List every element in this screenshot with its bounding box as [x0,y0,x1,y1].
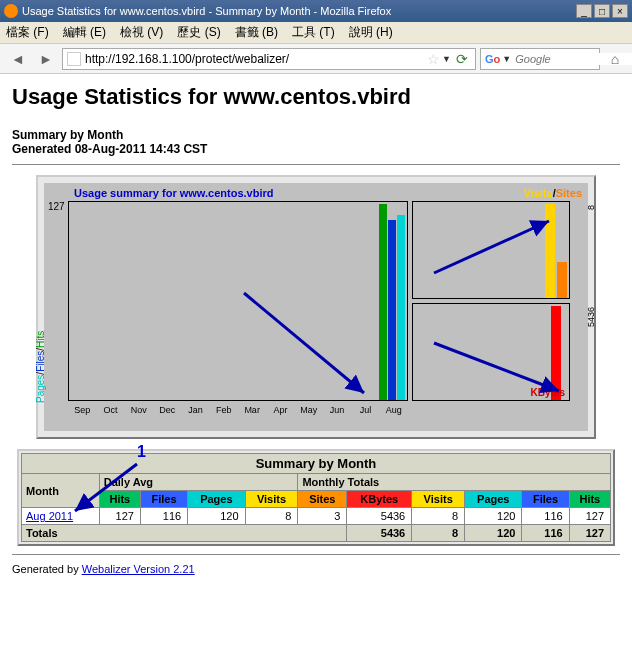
col-group-monthly: Monthly Totals [298,474,611,491]
main-plot [68,201,408,401]
search-engine-dropdown-icon[interactable]: ▼ [502,54,511,64]
right-y-5436: 5436 [586,307,596,327]
url-input[interactable] [85,52,427,66]
window-title: Usage Statistics for www.centos.vbird - … [22,5,391,17]
cell: 120 [465,525,522,542]
cell: 116 [522,508,569,525]
col-visits: Visits [245,491,298,508]
table-row: Aug 2011 127 116 120 8 3 5436 8 120 116 … [22,508,611,525]
url-bar[interactable]: ☆ ▼ ⟳ [62,48,476,70]
close-button[interactable]: × [612,4,628,18]
menu-bookmarks[interactable]: 書籤 (B) [235,24,278,41]
annotation-number: 1 [137,443,146,461]
menu-file[interactable]: 檔案 (F) [6,24,49,41]
page-content: Usage Statistics for www.centos.vbird Su… [0,74,632,585]
divider [12,164,620,165]
col-hits: Hits [99,491,140,508]
col-kbytes: KBytes [347,491,412,508]
window-titlebar: Usage Statistics for www.centos.vbird - … [0,0,632,22]
google-icon: Go [485,53,500,65]
col-visits2: Visits [412,491,465,508]
y-max-label: 127 [48,201,65,212]
col-group-daily: Daily Avg [99,474,298,491]
col-pages2: Pages [465,491,522,508]
col-sites: Sites [298,491,347,508]
cell: 127 [99,508,140,525]
x-axis-ticks: SepOctNovDecJanFebMarAprMayJunJulAug [68,405,408,415]
cell: 5436 [347,508,412,525]
bar-hits [379,204,387,400]
bookmark-star-icon[interactable]: ☆ [427,51,440,67]
col-month: Month [22,474,100,508]
cell: 120 [465,508,522,525]
col-pages: Pages [188,491,245,508]
kbytes-plot: KBytes [412,303,570,401]
page-title: Usage Statistics for www.centos.vbird [12,84,620,110]
back-button[interactable]: ◄ [6,48,30,70]
footer: Generated by Webalizer Version 2.21 [12,563,620,575]
y-axis-label: Pages/Files/Hits [35,331,46,403]
bar-sites [557,262,567,298]
reload-button[interactable]: ⟳ [453,48,471,70]
search-box[interactable]: Go ▼ [480,48,600,70]
legend-visits-sites: Visits/Sites [523,187,582,199]
chart-container: Usage summary for www.centos.vbird Visit… [36,175,596,439]
visits-sites-plot [412,201,570,299]
footer-text: Generated by [12,563,82,575]
forward-button[interactable]: ► [34,48,58,70]
cell: 5436 [347,525,412,542]
bar-kbytes [551,306,561,400]
col-hits2: Hits [569,491,610,508]
menu-help[interactable]: 說明 (H) [349,24,393,41]
webalizer-link[interactable]: Webalizer Version 2.21 [82,563,195,575]
col-files2: Files [522,491,569,508]
cell: 127 [569,525,610,542]
bar-files [388,220,396,400]
divider [12,554,620,555]
cell: 8 [412,525,465,542]
home-button[interactable]: ⌂ [604,48,626,70]
col-files: Files [140,491,187,508]
menu-tools[interactable]: 工具 (T) [292,24,335,41]
cell: 8 [412,508,465,525]
menu-bar: 檔案 (F) 編輯 (E) 檢視 (V) 歷史 (S) 書籤 (B) 工具 (T… [0,22,632,44]
page-favicon [67,52,81,66]
totals-label: Totals [22,525,347,542]
subtitle-generated: Generated 08-Aug-2011 14:43 CST [12,142,620,156]
table-caption: Summary by Month [22,454,611,474]
cell: 8 [245,508,298,525]
menu-history[interactable]: 歷史 (S) [177,24,220,41]
subtitle-summary: Summary by Month [12,128,620,142]
cell: 116 [522,525,569,542]
summary-table: Summary by Month Month Daily Avg Monthly… [21,453,611,542]
menu-view[interactable]: 檢視 (V) [120,24,163,41]
right-y-8: 8 [586,205,596,210]
bar-visits [545,204,555,298]
menu-edit[interactable]: 編輯 (E) [63,24,106,41]
minimize-button[interactable]: _ [576,4,592,18]
url-dropdown-icon[interactable]: ▼ [442,54,451,64]
chart-title: Usage summary for www.centos.vbird [74,187,273,199]
cell: 3 [298,508,347,525]
totals-row: Totals 5436 8 120 116 127 [22,525,611,542]
bar-pages [397,215,405,400]
month-link[interactable]: Aug 2011 [26,510,73,522]
firefox-icon [4,4,18,18]
toolbar: ◄ ► ☆ ▼ ⟳ Go ▼ ⌂ [0,44,632,74]
kbytes-label: KBytes [531,387,565,398]
cell: 120 [188,508,245,525]
cell: 116 [140,508,187,525]
summary-table-container: Summary by Month Month Daily Avg Monthly… [17,449,615,546]
maximize-button[interactable]: □ [594,4,610,18]
cell: 127 [569,508,610,525]
